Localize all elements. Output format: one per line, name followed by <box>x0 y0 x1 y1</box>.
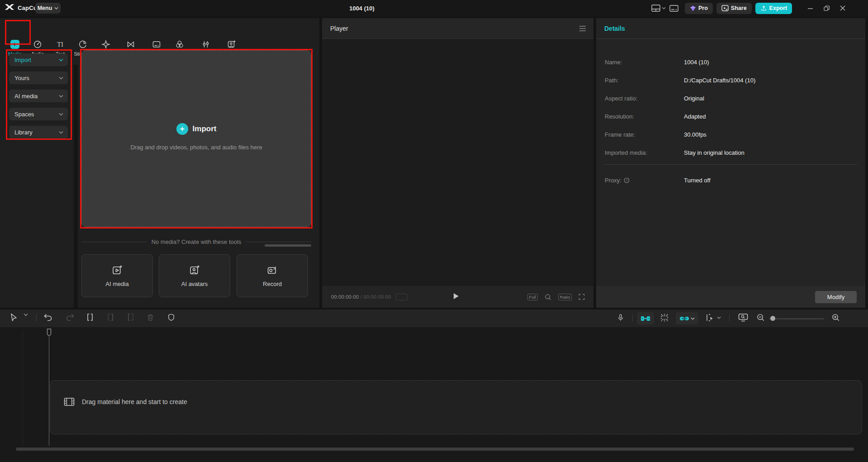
preview-axis-button[interactable] <box>659 313 669 322</box>
select-tool-dropdown[interactable] <box>24 313 28 316</box>
details-divider <box>605 164 857 165</box>
auto-select-mode-button[interactable] <box>705 313 721 322</box>
redo-button[interactable] <box>65 313 75 322</box>
time-display: 00:00:00:00 / 00:00:00:00 <box>331 294 391 300</box>
plus-icon <box>176 123 188 135</box>
text-tab-icon: TI <box>56 40 65 49</box>
zoom-to-fit-timeline-button[interactable] <box>738 313 748 322</box>
detail-row-imported-media: Imported media:Stay in original location <box>605 148 858 157</box>
mask-button[interactable] <box>167 313 175 322</box>
timeline-scrollbar[interactable] <box>16 448 854 451</box>
modify-button[interactable]: Modify <box>815 291 857 303</box>
sidebar-item-yours[interactable]: Yours <box>9 71 68 84</box>
select-tool-button[interactable] <box>10 313 18 322</box>
sidebar-item-library[interactable]: Library <box>9 126 68 138</box>
zoom-out-button[interactable] <box>756 313 765 322</box>
trash-icon <box>146 313 155 322</box>
keyboard-shortcuts-button[interactable] <box>669 2 678 14</box>
delete-right-button[interactable] <box>127 313 135 321</box>
effects-tab-icon <box>101 40 110 49</box>
detail-row-proxy: Proxy: ? Turned off <box>605 176 858 185</box>
delete-button[interactable] <box>146 313 155 322</box>
zoom-in-icon <box>831 313 840 322</box>
import-title: Import <box>193 124 217 133</box>
menu-button[interactable]: Menu <box>35 3 61 14</box>
split-button[interactable] <box>86 313 94 321</box>
auto-snap-toggle[interactable] <box>637 312 654 324</box>
stickers-tab-icon <box>78 40 87 49</box>
media-tab-icon <box>10 40 19 49</box>
ai-avatar-tab-icon <box>227 40 236 49</box>
delete-left-icon <box>106 313 114 321</box>
details-header: Details <box>596 18 865 39</box>
screen-magnifier-icon <box>738 313 748 322</box>
ai-avatars-card[interactable]: AI avatars <box>159 254 230 297</box>
record-card[interactable]: Record <box>237 254 308 297</box>
linked-mainline-toggle[interactable] <box>676 312 698 324</box>
ai-media-card[interactable]: AI media <box>81 254 153 297</box>
export-button[interactable]: Export <box>755 3 792 14</box>
pro-button[interactable]: Pro <box>685 3 713 14</box>
magnet-snap-icon <box>640 315 650 322</box>
export-icon <box>760 5 767 12</box>
playhead-handle[interactable] <box>47 329 52 338</box>
import-hint: Drag and drop videos, photos, and audio … <box>81 144 311 151</box>
zoom-out-icon <box>756 313 765 322</box>
chevron-down-icon <box>59 58 63 62</box>
layout-switch-button[interactable] <box>651 2 666 14</box>
cursor-icon <box>10 313 18 322</box>
details-footer: Modify <box>596 286 865 308</box>
player-header: Player <box>322 18 593 39</box>
player-controls: 00:00:00:00 / 00:00:00:00 Full Ratio <box>322 286 593 308</box>
redo-icon <box>65 313 75 322</box>
ai-avatars-icon <box>189 265 200 276</box>
timeline-zoom-slider[interactable] <box>769 318 824 319</box>
playhead-line[interactable] <box>49 336 49 446</box>
undo-button[interactable] <box>43 313 53 322</box>
details-title: Details <box>604 25 625 32</box>
player-view-controls: Full Ratio <box>527 293 586 301</box>
chevron-down-icon <box>59 131 63 134</box>
chevron-down-icon <box>54 7 58 10</box>
duration-selector[interactable] <box>396 294 408 300</box>
timeline-dropzone[interactable]: Drag material here and start to create <box>50 380 862 434</box>
delete-left-button[interactable] <box>106 313 114 321</box>
adjustment-tab-icon <box>201 40 210 49</box>
preview-axis-icon <box>659 313 669 322</box>
sidebar-item-spaces[interactable]: Spaces <box>9 108 68 120</box>
chevron-down-icon <box>662 7 666 10</box>
chevron-down-icon <box>59 95 63 98</box>
ratio-toggle[interactable]: Ratio <box>558 294 572 300</box>
share-button[interactable]: Share <box>716 3 752 14</box>
import-dropzone[interactable] <box>81 50 311 227</box>
zoom-in-button[interactable] <box>831 313 840 322</box>
svg-text:TI: TI <box>57 41 63 48</box>
fullscreen-icon[interactable] <box>578 293 585 300</box>
record-voiceover-button[interactable] <box>617 313 624 322</box>
delete-right-icon <box>127 313 135 321</box>
play-icon <box>452 292 460 300</box>
play-button[interactable] <box>452 292 460 302</box>
close-button[interactable] <box>836 2 849 14</box>
restore-button[interactable] <box>820 2 833 14</box>
sidebar-content-divider <box>74 65 78 326</box>
link-icon <box>679 315 689 322</box>
timeline-zoom-slider-handle[interactable] <box>770 316 775 321</box>
minimize-button[interactable] <box>804 2 816 14</box>
player-menu-icon[interactable] <box>579 26 586 31</box>
import-action[interactable]: Import <box>81 123 311 135</box>
capcut-window: CapCut Menu 1004 (10) Pro Share <box>0 0 868 462</box>
microphone-icon <box>617 313 624 322</box>
detail-row-aspect-ratio: Aspect ratio:Original <box>605 94 858 103</box>
sidebar-item-import[interactable]: Import <box>9 53 68 66</box>
chevron-down-icon <box>59 113 63 116</box>
sidebar-item-ai-media[interactable]: AI media <box>9 90 68 102</box>
filters-tab-icon <box>175 40 184 49</box>
titlebar: CapCut Menu 1004 (10) Pro Share <box>0 0 868 16</box>
transitions-tab-icon <box>126 40 135 49</box>
media-panel-scrollbar[interactable] <box>265 244 311 247</box>
player-panel <box>322 18 593 308</box>
full-toggle[interactable]: Full <box>527 294 538 300</box>
help-icon[interactable]: ? <box>624 177 630 183</box>
zoom-fit-icon[interactable] <box>544 293 552 301</box>
